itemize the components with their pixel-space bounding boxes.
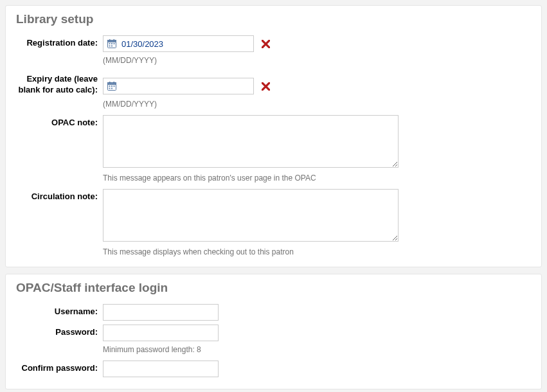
- confirm-password-row: Confirm password:: [16, 361, 531, 377]
- svg-rect-4: [109, 43, 111, 44]
- svg-rect-8: [111, 46, 112, 47]
- registration-date-input[interactable]: [120, 39, 249, 49]
- svg-rect-17: [111, 88, 112, 89]
- close-icon: [262, 82, 270, 91]
- opac-note-hint-row: This message appears on this patron's us…: [16, 171, 531, 189]
- opac-note-hint: This message appears on this patron's us…: [103, 174, 316, 183]
- registration-date-row: Registration date:: [16, 35, 531, 52]
- password-hint: Minimum password length: 8: [103, 345, 201, 354]
- username-label: Username:: [16, 304, 103, 317]
- confirm-password-input[interactable]: [103, 361, 219, 377]
- expiry-date-input[interactable]: [120, 81, 249, 92]
- confirm-password-label: Confirm password:: [16, 361, 103, 374]
- svg-rect-6: [114, 43, 115, 44]
- registration-date-hint: (MM/DD/YYYY): [103, 56, 157, 65]
- calendar-icon: [107, 39, 116, 48]
- calendar-icon: [107, 82, 116, 91]
- svg-rect-7: [109, 46, 111, 47]
- expiry-date-clear-button[interactable]: [262, 78, 270, 94]
- username-input[interactable]: [103, 304, 219, 321]
- opac-note-textarea[interactable]: [103, 115, 399, 168]
- opac-note-row: OPAC note:: [16, 115, 531, 170]
- registration-date-control: [103, 35, 270, 52]
- registration-date-label: Registration date:: [16, 35, 103, 49]
- expiry-date-control: [103, 71, 270, 94]
- circ-note-label: Circulation note:: [16, 189, 103, 202]
- password-row: Password:: [16, 325, 531, 341]
- login-panel: OPAC/Staff interface login Username: Pas…: [5, 274, 542, 389]
- svg-rect-13: [109, 85, 111, 87]
- registration-date-input-wrap[interactable]: [103, 35, 254, 52]
- circ-note-hint-row: This message displays when checking out …: [16, 245, 531, 256]
- svg-rect-3: [114, 39, 115, 41]
- password-label: Password:: [16, 325, 103, 338]
- expiry-date-hint: (MM/DD/YYYY): [103, 100, 157, 109]
- password-input[interactable]: [103, 325, 219, 341]
- circ-note-row: Circulation note:: [16, 189, 531, 244]
- svg-rect-10: [108, 83, 116, 85]
- svg-rect-5: [111, 43, 112, 44]
- svg-rect-12: [114, 82, 115, 84]
- opac-note-label: OPAC note:: [16, 115, 103, 129]
- library-setup-panel: Library setup Registration date: (MM/DD/…: [5, 5, 542, 267]
- svg-rect-14: [111, 85, 112, 87]
- close-icon: [262, 40, 270, 48]
- svg-rect-2: [109, 39, 111, 41]
- expiry-date-input-wrap[interactable]: [103, 78, 254, 94]
- circ-note-hint: This message displays when checking out …: [103, 247, 294, 256]
- circ-note-textarea[interactable]: [103, 189, 399, 242]
- svg-rect-16: [109, 88, 111, 89]
- expiry-date-hint-row: (MM/DD/YYYY): [16, 97, 531, 115]
- library-setup-title: Library setup: [16, 12, 531, 26]
- password-hint-row: Minimum password length: 8: [16, 343, 531, 361]
- registration-date-hint-row: (MM/DD/YYYY): [16, 53, 531, 71]
- svg-rect-11: [109, 82, 111, 84]
- expiry-date-row: Expiry date (leave blank for auto calc):: [16, 71, 531, 96]
- login-title: OPAC/Staff interface login: [16, 281, 531, 295]
- username-row: Username:: [16, 304, 531, 321]
- expiry-date-label: Expiry date (leave blank for auto calc):: [16, 71, 103, 96]
- registration-date-clear-button[interactable]: [262, 35, 270, 52]
- svg-rect-15: [114, 85, 115, 87]
- svg-rect-1: [108, 40, 116, 42]
